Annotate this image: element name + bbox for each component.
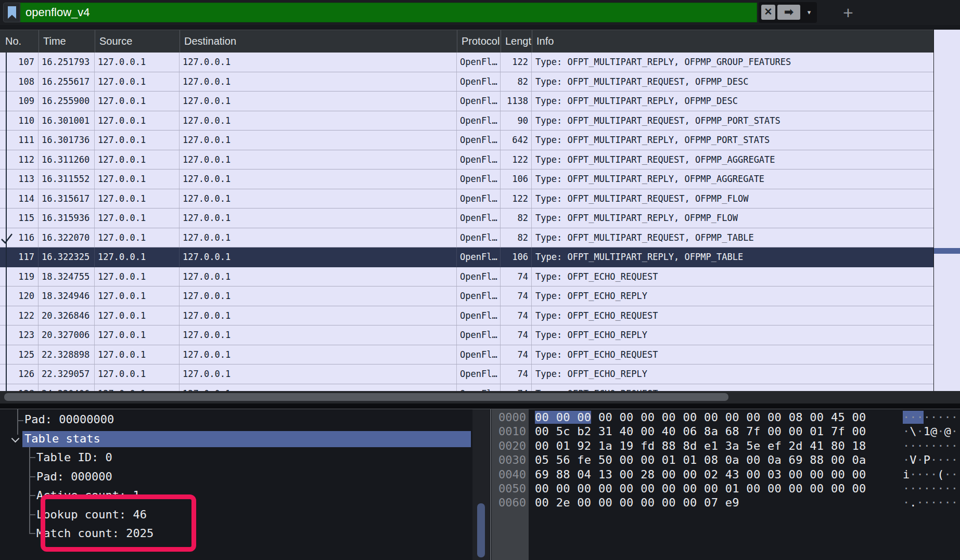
packet-row[interactable]: 12622.329057127.0.0.1127.0.0.1OpenFl…74T… — [0, 364, 933, 384]
column-header-length[interactable]: Lengt — [501, 30, 532, 53]
cell-protocol: OpenFl… — [457, 53, 501, 72]
add-filter-button[interactable]: + — [840, 1, 856, 24]
cell-length: 642 — [501, 131, 532, 150]
packet-list-hscrollbar[interactable] — [0, 391, 960, 403]
filter-history-dropdown[interactable]: ▾ — [803, 6, 815, 19]
cell-destination: 127.0.0.1 — [180, 325, 457, 345]
hex-bytes[interactable]: 00 00 00 00 00 00 00 00 00 00 00 00 08 0… — [535, 410, 866, 424]
display-filter-input[interactable]: openflow_v4 — [20, 3, 757, 22]
hex-bytes[interactable]: 00 01 92 1a 19 fd 88 8d e1 3a 5e ef 2d 4… — [535, 439, 866, 453]
pane-splitter[interactable] — [0, 403, 960, 409]
packet-row[interactable]: 10716.251793127.0.0.1127.0.0.1OpenFl…122… — [0, 53, 933, 72]
cell-source: 127.0.0.1 — [95, 150, 180, 170]
hex-row[interactable]: 006000 2e 00 00 00 00 00 00 07 e9·.·····… — [492, 496, 960, 510]
tree-item[interactable]: Match count: 2025 — [0, 526, 153, 542]
cell-no: 119 — [0, 267, 39, 286]
cell-time: 16.315617 — [39, 189, 95, 209]
cell-time: 16.311552 — [39, 170, 95, 189]
packet-row[interactable]: 12824.330406127.0.0.1127.0.0.1OpenFl…74T… — [0, 384, 933, 392]
packet-row[interactable]: 10916.255900127.0.0.1127.0.0.1OpenFl…113… — [0, 92, 933, 111]
hex-row[interactable]: 003005 56 fe 50 00 00 01 01 08 0a 00 0a … — [492, 453, 960, 467]
hex-ascii[interactable]: ··············E· — [903, 410, 960, 424]
hex-ascii[interactable]: ·········:^·-A·· — [903, 439, 960, 453]
cell-time: 20.327006 — [39, 325, 95, 345]
apply-filter-button[interactable]: ➡ — [777, 5, 800, 20]
column-header-no[interactable]: No. — [0, 30, 39, 53]
column-header-info[interactable]: Info — [532, 30, 933, 53]
column-header-source[interactable]: Source — [95, 30, 180, 53]
hscrollbar-thumb[interactable] — [4, 393, 728, 401]
clear-filter-button[interactable]: ✕ — [761, 5, 775, 20]
hex-ascii[interactable]: i····(···C······ — [903, 467, 960, 481]
tree-item[interactable]: Lookup count: 46 — [0, 507, 147, 523]
hex-bytes[interactable]: 00 00 00 00 00 00 00 00 00 01 00 00 00 0… — [535, 481, 866, 496]
packet-row[interactable]: 11616.322070127.0.0.1127.0.0.1OpenFl…82T… — [0, 228, 933, 248]
packet-row[interactable]: 12018.324946127.0.0.1127.0.0.1OpenFl…74T… — [0, 286, 933, 306]
packet-row[interactable]: 10816.255617127.0.0.1127.0.0.1OpenFl…82T… — [0, 72, 933, 92]
hex-ascii[interactable]: ·.········ — [903, 496, 960, 510]
tree-item[interactable]: Table stats — [22, 431, 471, 447]
hex-row[interactable]: 005000 00 00 00 00 00 00 00 00 01 00 00 … — [492, 481, 960, 496]
hex-bytes[interactable]: 00 2e 00 00 00 00 00 00 07 e9 — [535, 496, 739, 510]
cell-length: 82 — [501, 209, 532, 228]
hex-ascii[interactable]: ················ — [903, 481, 960, 496]
hex-bytes[interactable]: 69 88 04 13 00 28 00 00 02 43 00 03 00 0… — [535, 467, 866, 481]
cell-info: Type: OFPT_ECHO_REQUEST — [532, 306, 933, 325]
hex-bytes[interactable]: 00 5c b2 31 40 00 40 06 8a 68 7f 00 00 0… — [535, 424, 866, 438]
cell-protocol: OpenFl… — [457, 189, 501, 209]
packet-row[interactable]: 11918.324755127.0.0.1127.0.0.1OpenFl…74T… — [0, 267, 933, 287]
cell-source: 127.0.0.1 — [95, 131, 180, 150]
cell-time: 16.255617 — [39, 72, 95, 92]
cell-length: 106 — [501, 248, 532, 267]
packet-row[interactable]: 11416.315617127.0.0.1127.0.0.1OpenFl…122… — [0, 189, 933, 209]
hex-row[interactable]: 002000 01 92 1a 19 fd 88 8d e1 3a 5e ef … — [492, 439, 960, 453]
cell-protocol: OpenFl… — [457, 364, 501, 384]
packet-row[interactable]: 11716.322325127.0.0.1127.0.0.1OpenFl…106… — [0, 248, 933, 267]
cell-protocol: OpenFl… — [457, 131, 501, 150]
column-header-destination[interactable]: Destination — [180, 30, 457, 53]
hex-ascii[interactable]: ·V·P········i··· — [903, 453, 960, 467]
cell-protocol: OpenFl… — [457, 384, 501, 392]
hex-row[interactable]: 004069 88 04 13 00 28 00 00 02 43 00 03 … — [492, 467, 960, 481]
packet-row[interactable]: 11216.311260127.0.0.1127.0.0.1OpenFl…122… — [0, 150, 933, 170]
cell-destination: 127.0.0.1 — [180, 131, 457, 150]
cell-no: 108 — [0, 72, 39, 92]
packet-row[interactable]: 11116.301736127.0.0.1127.0.0.1OpenFl…642… — [0, 131, 933, 150]
tree-item[interactable]: Table ID: 0 — [0, 450, 112, 466]
packet-row[interactable]: 12220.326846127.0.0.1127.0.0.1OpenFl…74T… — [0, 306, 933, 326]
filter-bookmark-button[interactable] — [3, 3, 20, 22]
tree-item[interactable]: Pad: 000000 — [0, 469, 112, 485]
cell-destination: 127.0.0.1 — [180, 228, 457, 248]
hex-row[interactable]: 000000 00 00 00 00 00 00 00 00 00 00 00 … — [492, 410, 960, 424]
packet-row[interactable]: 11016.301001127.0.0.1127.0.0.1OpenFl…90T… — [0, 111, 933, 131]
cell-source: 127.0.0.1 — [95, 92, 180, 111]
detail-tree-scrollbar-thumb[interactable] — [477, 503, 485, 557]
tree-item[interactable]: Pad: 00000000 — [0, 412, 114, 428]
cell-no: 111 — [0, 131, 39, 150]
cell-protocol: OpenFl… — [457, 325, 501, 345]
tree-guide-tick — [30, 533, 35, 534]
cell-time: 16.322070 — [39, 228, 95, 248]
cell-info: Type: OFPT_MULTIPART_REQUEST, OFPMP_DESC — [532, 72, 933, 92]
detail-tree-scrollbar[interactable] — [472, 409, 490, 560]
hex-ascii[interactable]: ·\·1@·@··h······ — [903, 424, 960, 438]
hex-bytes[interactable]: 05 56 fe 50 00 00 01 01 08 0a 00 0a 69 8… — [535, 453, 866, 467]
tree-guide-tick — [30, 476, 35, 477]
packet-list-scrollbar[interactable] — [934, 30, 960, 391]
column-header-protocol[interactable]: Protocol — [457, 30, 501, 53]
packet-row[interactable]: 11516.315936127.0.0.1127.0.0.1OpenFl…82T… — [0, 209, 933, 228]
pane-divider[interactable] — [490, 409, 491, 560]
cell-time: 16.255900 — [39, 92, 95, 111]
packet-row[interactable]: 12522.328898127.0.0.1127.0.0.1OpenFl…74T… — [0, 345, 933, 365]
cell-no: 120 — [0, 286, 39, 306]
chevron-down-icon[interactable] — [11, 434, 20, 442]
tree-item[interactable]: Active count: 1 — [0, 488, 140, 504]
cell-time: 16.322325 — [39, 248, 95, 267]
column-header-time[interactable]: Time — [39, 30, 95, 53]
packet-row[interactable]: 12320.327006127.0.0.1127.0.0.1OpenFl…74T… — [0, 325, 933, 345]
packet-row[interactable]: 11316.311552127.0.0.1127.0.0.1OpenFl…106… — [0, 170, 933, 189]
cell-time: 22.328898 — [39, 345, 95, 364]
cell-no: 110 — [0, 111, 39, 131]
hex-row[interactable]: 001000 5c b2 31 40 00 40 06 8a 68 7f 00 … — [492, 424, 960, 438]
tree-guide-tick — [30, 457, 35, 458]
